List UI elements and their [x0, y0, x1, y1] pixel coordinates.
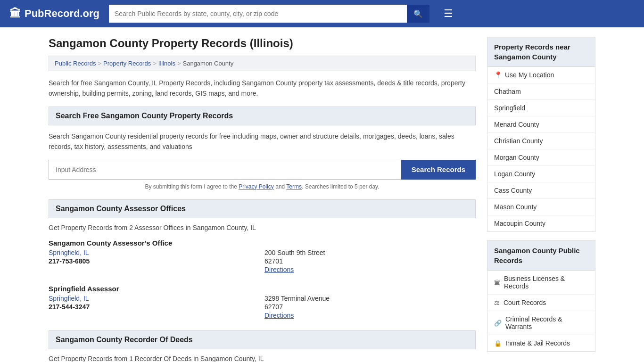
sidebar-item-logan[interactable]: Logan County: [487, 166, 595, 182]
office-address-1: 200 South 9th Street: [264, 249, 476, 256]
breadcrumb-sep-2: >: [153, 60, 157, 67]
nearby-list: 📍 Use My Location Chatham Springfield Me…: [487, 67, 595, 231]
office-phone-1: 217-753-6805: [49, 257, 260, 265]
sidebar-item-inmate[interactable]: 🔒 Inmate & Jail Records: [487, 335, 595, 351]
office-directions-1[interactable]: Directions: [264, 266, 476, 273]
nearby-header: Property Records near Sangamon County: [487, 37, 595, 67]
search-icon: 🔍: [413, 9, 423, 18]
criminal-label: Criminal Records & Warrants: [505, 315, 588, 330]
terms-link[interactable]: Terms: [286, 183, 302, 190]
breadcrumb: Public Records > Property Records > Illi…: [49, 56, 476, 71]
office-zip-2: 62707: [264, 303, 476, 311]
sidebar-item-macoupin[interactable]: Macoupin County: [487, 215, 595, 231]
search-disclaimer: By submitting this form I agree to the P…: [49, 183, 476, 190]
site-logo[interactable]: 🏛 PubRecord.org: [9, 7, 99, 20]
office-address-2: 3298 Terminal Avenue: [264, 295, 476, 302]
breadcrumb-sep-1: >: [98, 60, 101, 67]
sidebar-item-menard[interactable]: Menard County: [487, 116, 595, 133]
breadcrumb-public-records[interactable]: Public Records: [55, 60, 96, 67]
sidebar-item-court[interactable]: ⚖ Court Records: [487, 295, 595, 311]
header-search-wrap: 🔍: [109, 5, 429, 23]
assessor-section-header: Sangamon County Assessor Offices: [49, 199, 476, 218]
office-city-2[interactable]: Springfield, IL: [49, 295, 260, 302]
inmate-label: Inmate & Jail Records: [505, 339, 570, 347]
inmate-icon: 🔒: [494, 340, 502, 347]
criminal-icon: 🔗: [494, 320, 502, 327]
breadcrumb-sep-3: >: [177, 60, 181, 67]
sidebar: Property Records near Sangamon County 📍 …: [487, 37, 595, 362]
court-label: Court Records: [504, 299, 546, 306]
sidebar-item-business[interactable]: 🏛 Business Licenses & Records: [487, 271, 595, 295]
search-form: Search Records: [49, 160, 476, 180]
recorder-section-header: Sangamon County Recorder Of Deeds: [49, 330, 476, 349]
office-entry-1: Sangamon County Assessor's Office Spring…: [49, 239, 476, 273]
office-grid-1: Springfield, IL 200 South 9th Street 217…: [49, 249, 476, 273]
office-phone-2: 217-544-3247: [49, 303, 260, 311]
disclaimer-text: By submitting this form I agree to the: [145, 183, 239, 190]
office-directions-2[interactable]: Directions: [264, 312, 476, 319]
office-name-1: Sangamon County Assessor's Office: [49, 239, 476, 247]
sidebar-item-morgan[interactable]: Morgan County: [487, 149, 595, 166]
sidebar-item-springfield[interactable]: Springfield: [487, 100, 595, 116]
public-records-header: Sangamon County Public Records: [487, 241, 595, 271]
sidebar-item-cass[interactable]: Cass County: [487, 182, 595, 199]
breadcrumb-sangamon: Sangamon County: [183, 60, 234, 67]
office-name-2: Springfield Assessor: [49, 285, 476, 293]
disclaimer-and: and: [274, 183, 286, 190]
sidebar-item-chatham[interactable]: Chatham: [487, 83, 595, 100]
disclaimer-end: . Searches limited to 5 per day.: [302, 183, 380, 190]
office-grid-2: Springfield, IL 3298 Terminal Avenue 217…: [49, 295, 476, 319]
logo-icon: 🏛: [9, 7, 21, 20]
page-description: Search for free Sangamon County, IL Prop…: [49, 78, 476, 99]
menu-button[interactable]: ☰: [444, 8, 453, 20]
office-zip-1: 62701: [264, 257, 476, 265]
office-city-1[interactable]: Springfield, IL: [49, 249, 260, 256]
nearby-box: Property Records near Sangamon County 📍 …: [487, 37, 595, 232]
breadcrumb-illinois[interactable]: Illinois: [158, 60, 175, 67]
logo-text: PubRecord.org: [25, 8, 99, 20]
page-title: Sangamon County Property Records (Illino…: [49, 37, 476, 50]
sidebar-item-criminal[interactable]: 🔗 Criminal Records & Warrants: [487, 311, 595, 335]
search-section-header: Search Free Sangamon County Property Rec…: [49, 107, 476, 125]
search-records-button[interactable]: Search Records: [401, 160, 476, 180]
sidebar-item-mason[interactable]: Mason County: [487, 199, 595, 215]
use-location-label: Use My Location: [505, 71, 554, 79]
sidebar-item-christian[interactable]: Christian County: [487, 133, 595, 149]
main-container: Sangamon County Property Records (Illino…: [39, 27, 605, 362]
business-icon: 🏛: [494, 279, 500, 286]
search-description: Search Sangamon County residential prope…: [49, 131, 476, 152]
recorder-intro: Get Property Records from 1 Recorder Of …: [49, 355, 476, 362]
header-search-button[interactable]: 🔍: [407, 5, 429, 23]
content-area: Sangamon County Property Records (Illino…: [49, 37, 476, 362]
address-input[interactable]: [49, 160, 401, 180]
public-records-list: 🏛 Business Licenses & Records ⚖ Court Re…: [487, 271, 595, 351]
location-icon: 📍: [494, 71, 502, 79]
breadcrumb-property-records[interactable]: Property Records: [103, 60, 151, 67]
public-records-box: Sangamon County Public Records 🏛 Busines…: [487, 240, 595, 352]
privacy-policy-link[interactable]: Privacy Policy: [239, 183, 274, 190]
header-search-input[interactable]: [109, 5, 407, 23]
court-icon: ⚖: [494, 299, 500, 306]
assessor-intro: Get Property Records from 2 Assessor Off…: [49, 224, 476, 231]
business-label: Business Licenses & Records: [504, 275, 588, 290]
sidebar-item-use-location[interactable]: 📍 Use My Location: [487, 67, 595, 83]
office-entry-2: Springfield Assessor Springfield, IL 329…: [49, 285, 476, 319]
menu-icon: ☰: [444, 8, 453, 19]
